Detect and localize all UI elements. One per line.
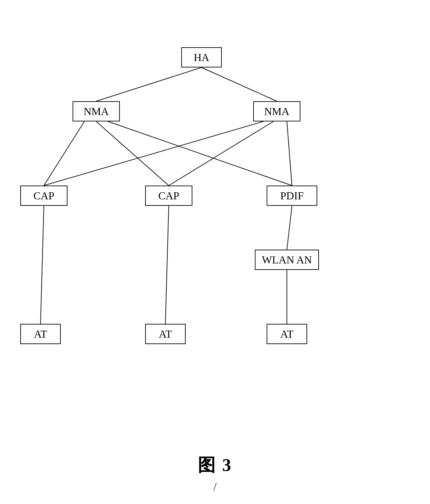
- node-at3: AT: [267, 324, 307, 344]
- node-at3-label: AT: [280, 328, 293, 340]
- node-wlanan-label: WLAN AN: [262, 254, 312, 266]
- node-at2-label: AT: [159, 328, 172, 340]
- svg-line-2: [44, 121, 84, 186]
- node-at2: AT: [145, 324, 186, 344]
- svg-line-8: [41, 206, 44, 324]
- node-cap2: CAP: [145, 186, 192, 206]
- svg-line-9: [165, 206, 169, 324]
- svg-line-7: [287, 121, 292, 186]
- svg-line-5: [44, 121, 263, 186]
- node-at1: AT: [20, 324, 61, 344]
- node-nma1-label: NMA: [84, 105, 109, 118]
- svg-line-3: [96, 121, 169, 186]
- node-at1-label: AT: [34, 328, 47, 340]
- node-nma2: NMA: [253, 101, 300, 121]
- node-cap1-label: CAP: [33, 190, 54, 202]
- figure-caption: 图 3: [198, 453, 233, 477]
- node-cap1: CAP: [20, 186, 68, 206]
- node-pdif: PDIF: [267, 186, 317, 206]
- diagram-container: HA NMA NMA CAP CAP PDIF WLAN AN AT AT AT: [0, 20, 430, 459]
- connections-svg: [0, 20, 430, 459]
- svg-line-1: [201, 67, 277, 101]
- svg-line-4: [108, 121, 292, 186]
- node-cap2-label: CAP: [158, 190, 179, 202]
- svg-line-6: [169, 121, 273, 186]
- svg-line-0: [96, 67, 201, 101]
- node-wlanan: WLAN AN: [255, 250, 319, 270]
- svg-line-10: [287, 206, 292, 250]
- node-nma1: NMA: [73, 101, 120, 121]
- page-slash: /: [213, 480, 217, 494]
- node-pdif-label: PDIF: [280, 190, 303, 202]
- node-ha-label: HA: [194, 51, 209, 64]
- node-ha: HA: [181, 47, 222, 67]
- node-nma2-label: NMA: [264, 105, 290, 118]
